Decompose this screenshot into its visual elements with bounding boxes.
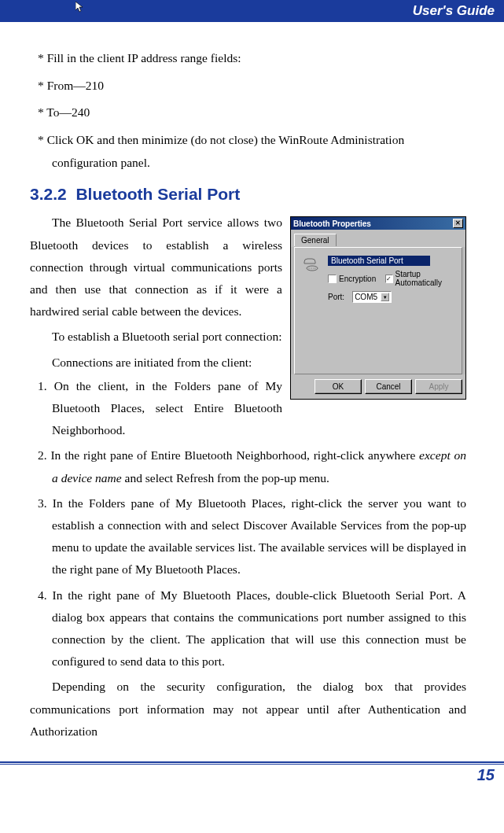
svg-point-1	[308, 268, 309, 269]
close-button[interactable]: ✕	[453, 219, 463, 228]
bullet-1: * Fill in the client IP address range fi…	[38, 47, 466, 70]
tab-panel: Bluetooth Serial Port Encryption ✓ Start…	[294, 247, 462, 374]
bullet-2: * From—210	[38, 75, 466, 98]
checkbox-icon: ✓	[385, 275, 392, 283]
section-header: 3.2.2 Bluetooth Serial Port	[30, 185, 466, 204]
encryption-checkbox[interactable]: Encryption	[328, 275, 376, 283]
numbered-steps: 1. On the client, in the Folders pane of…	[38, 375, 466, 673]
ok-button[interactable]: OK	[315, 379, 362, 394]
header-title: User's Guide	[413, 3, 495, 18]
svg-point-2	[311, 268, 311, 269]
section-body: Bluetooth Properties ✕ General Bluetooth…	[30, 212, 466, 743]
service-name-field[interactable]: Bluetooth Serial Port	[328, 256, 430, 266]
apply-button[interactable]: Apply	[415, 379, 462, 394]
startup-label: Startup Automatically	[395, 270, 455, 287]
svg-point-4	[315, 268, 315, 269]
serial-port-icon	[301, 256, 320, 275]
section-title: Bluetooth Serial Port	[75, 185, 240, 203]
section-number: 3.2.2	[30, 185, 67, 203]
dialog-title: Bluetooth Properties	[293, 219, 371, 228]
dialog-window: Bluetooth Properties ✕ General Bluetooth…	[290, 216, 466, 400]
page-number: 15	[477, 766, 495, 783]
dialog-buttons: OK Cancel Apply	[291, 374, 465, 399]
page-content: * Fill in the client IP address range fi…	[0, 22, 504, 743]
page-header: User's Guide	[0, 0, 504, 22]
intro-bullets: * Fill in the client IP address range fi…	[38, 47, 466, 174]
bullet-3: * To—240	[38, 101, 466, 124]
port-combobox[interactable]: COM5 ▼	[352, 291, 392, 303]
step-3: 3. In the Folders pane of My Bluetooth P…	[38, 492, 466, 581]
port-value: COM5	[355, 293, 377, 301]
step-4: 4. In the right pane of My Bluetooth Pla…	[38, 584, 466, 673]
chevron-down-icon: ▼	[381, 293, 389, 301]
svg-point-3	[313, 268, 314, 269]
bullet-4: * Click OK and then minimize (do not clo…	[38, 129, 466, 174]
cancel-button[interactable]: Cancel	[365, 379, 412, 394]
page-footer: 15	[0, 761, 504, 791]
svg-point-0	[307, 266, 318, 271]
checkbox-icon	[328, 275, 337, 283]
tab-general[interactable]: General	[294, 234, 337, 246]
step-2: 2. In the right pane of Entire Bluetooth…	[38, 444, 466, 488]
dialog-titlebar[interactable]: Bluetooth Properties ✕	[291, 217, 465, 230]
port-label: Port:	[328, 293, 344, 301]
encryption-label: Encryption	[339, 275, 376, 283]
paragraph-4: Depending on the security configuration,…	[30, 676, 466, 743]
startup-checkbox[interactable]: ✓ Startup Automatically	[385, 270, 455, 287]
tab-strip: General	[291, 230, 465, 247]
